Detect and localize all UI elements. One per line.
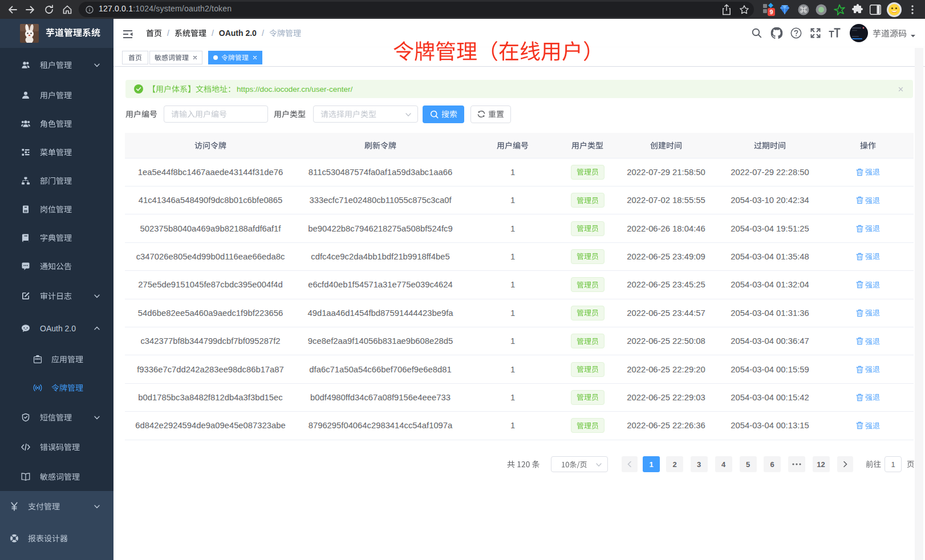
svg-text:9: 9 bbox=[769, 9, 773, 15]
